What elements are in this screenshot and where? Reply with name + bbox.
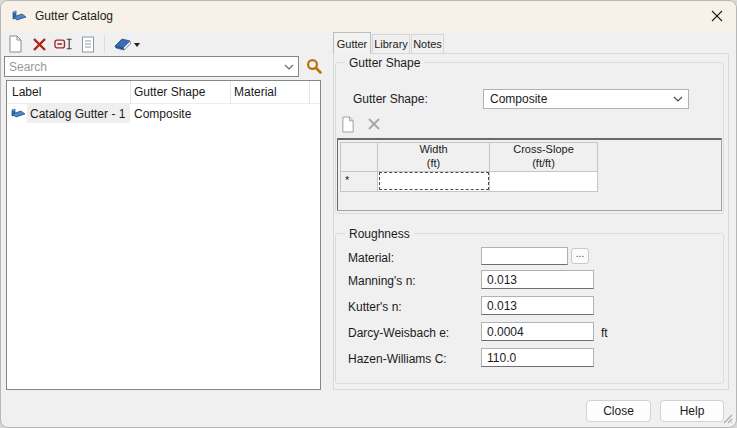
gutter-shape-selected-value: Composite: [484, 92, 668, 106]
chevron-down-icon: [673, 96, 683, 102]
item-gutter-shape: Composite: [134, 107, 191, 121]
catalog-toolbar: [6, 33, 142, 55]
grid-new-row-button[interactable]: [338, 114, 357, 134]
darcy-weisbach-unit: ft: [601, 326, 608, 340]
toolbar-separator: [104, 35, 105, 53]
material-field[interactable]: [481, 247, 568, 265]
chevron-down-icon: [284, 64, 294, 70]
list-header: Label Gutter Shape Material: [7, 81, 320, 104]
item-label: Catalog Gutter - 1: [30, 107, 125, 121]
delete-icon: [32, 37, 47, 52]
grid-toolbar: [338, 113, 383, 135]
grid-corner-cell: [341, 143, 378, 172]
gutter-item-icon: [10, 106, 26, 121]
app-gutter-icon: [11, 8, 27, 24]
library-book-button[interactable]: [112, 34, 142, 54]
grid-header-width[interactable]: Width (ft): [378, 143, 490, 172]
grid-header-cross-slope[interactable]: Cross-Slope (ft/ft): [490, 143, 598, 172]
catalog-list: Label Gutter Shape Material Catalog Gutt…: [6, 80, 321, 390]
list-item-catalog-gutter-1[interactable]: Catalog Gutter - 1 Composite: [7, 104, 320, 123]
title-bar: Gutter Catalog: [1, 1, 737, 31]
hazen-williams-label: Hazen-Williams C:: [348, 352, 447, 366]
grid-new-row-header: *: [341, 171, 378, 191]
gutter-shape-field-label: Gutter Shape:: [353, 92, 428, 106]
mannings-n-label: Manning's n:: [348, 274, 416, 288]
delete-row-icon-disabled: [367, 117, 381, 131]
gutter-shape-grid: Width (ft) Cross-Slope (ft/ft) *: [340, 142, 598, 192]
resize-grip[interactable]: [719, 410, 733, 424]
material-label: Material:: [348, 251, 394, 265]
grid-delete-row-button[interactable]: [364, 114, 383, 134]
search-box: [4, 56, 299, 77]
dropdown-caret-icon: [134, 43, 140, 47]
library-book-icon: [113, 36, 141, 53]
tab-notes[interactable]: Notes: [411, 34, 444, 54]
new-item-icon: [8, 35, 23, 53]
notes-item-button[interactable]: [78, 34, 97, 54]
hazen-williams-field[interactable]: 110.0: [481, 348, 594, 367]
gutter-shape-select[interactable]: Composite: [483, 89, 689, 109]
material-browse-button[interactable]: ...: [571, 248, 589, 264]
kutters-n-label: Kutter's n:: [348, 300, 402, 314]
window-title: Gutter Catalog: [35, 9, 113, 23]
help-button[interactable]: Help: [660, 400, 724, 422]
notes-icon: [81, 36, 95, 53]
gutter-catalog-dialog: Gutter Catalog: [0, 0, 737, 428]
kutters-n-field[interactable]: 0.013: [481, 296, 594, 315]
rename-icon: [54, 37, 73, 51]
mannings-n-field[interactable]: 0.013: [481, 270, 594, 289]
delete-item-button[interactable]: [30, 34, 49, 54]
column-header-gutter-shape[interactable]: Gutter Shape: [134, 85, 205, 99]
close-icon: [711, 10, 723, 22]
search-icon: [306, 58, 323, 75]
gutter-shape-grid-panel: Width (ft) Cross-Slope (ft/ft) *: [337, 138, 722, 211]
search-input[interactable]: [5, 57, 280, 76]
close-button[interactable]: Close: [586, 400, 651, 422]
search-button[interactable]: [301, 56, 327, 77]
darcy-weisbach-label: Darcy-Weisbach e:: [348, 326, 449, 340]
gutter-shape-group-title: Gutter Shape: [345, 56, 424, 70]
tab-library[interactable]: Library: [372, 34, 410, 54]
new-row-icon: [341, 116, 355, 133]
rename-item-button[interactable]: [54, 34, 73, 54]
grid-cell-width[interactable]: [378, 171, 490, 191]
search-history-dropdown[interactable]: [280, 57, 298, 76]
grid-cell-cross-slope[interactable]: [490, 171, 598, 191]
window-close-button[interactable]: [700, 1, 734, 31]
tab-gutter[interactable]: Gutter: [333, 32, 371, 54]
new-item-button[interactable]: [6, 34, 25, 54]
column-header-label[interactable]: Label: [12, 85, 41, 99]
roughness-group-title: Roughness: [345, 227, 414, 241]
darcy-weisbach-field[interactable]: 0.0004: [481, 322, 594, 341]
column-header-material[interactable]: Material: [234, 85, 277, 99]
